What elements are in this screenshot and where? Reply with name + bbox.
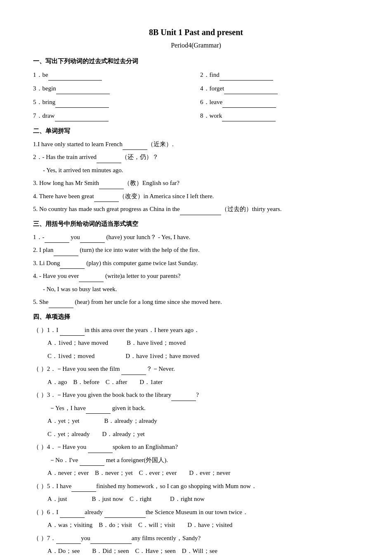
blank <box>90 536 132 544</box>
s2-q2: 2．- Has the train arrived（还，仍）？ <box>33 151 359 163</box>
choice-abcd: A．never；ever B．never；yet C．ever；ever D．e… <box>41 467 359 479</box>
s4-q1-choices: A．1ived；have moved B．have lived；moved C．… <box>41 337 359 362</box>
blank-line <box>224 87 278 94</box>
s4-q3-choices: A．yet；yet B．already；already C．yet；alread… <box>41 415 359 440</box>
choice-cd: C．yet；already D．already；yet <box>41 428 359 440</box>
s3-q3: 3. Li Dong (play) this computer game twi… <box>33 257 359 269</box>
s4-q2-choices: A．ago B．before C．after D．1ater <box>41 376 359 388</box>
s3-q4-ans: - No, I was so busy last week. <box>43 283 359 295</box>
blank <box>80 458 104 466</box>
blank-line <box>222 100 276 108</box>
blank <box>49 301 73 308</box>
blank-line <box>55 114 109 121</box>
s3-q1: 1．- you (have) your lunch？ - Yes, I have… <box>33 231 359 243</box>
item-num: 2．find <box>200 71 220 78</box>
blank-line <box>220 73 273 81</box>
blank-line <box>56 87 110 94</box>
main-title: 8B Unit 1 Past and present <box>33 25 359 40</box>
blank <box>104 510 146 518</box>
choice-abcd: A．Do；see B．Did；seen C．Have；seen D．Will；s… <box>41 545 359 555</box>
blank <box>45 235 69 243</box>
blank-line <box>222 114 276 121</box>
section1-item-5: 5．bring <box>33 96 192 109</box>
blank <box>86 406 111 414</box>
s4-q6: （ ）6．I already the Science Museum in our… <box>33 506 359 518</box>
blank <box>97 156 121 163</box>
blank <box>94 194 119 202</box>
blank <box>60 261 85 269</box>
s2-q4: 4. There have been great（改变）in America s… <box>33 190 359 202</box>
blank <box>71 484 96 492</box>
s4-q1: （ ）1．I in this area over the years．I her… <box>33 324 359 336</box>
s4-q7: （ ）7．youany films recently，Sandy? <box>33 532 359 544</box>
section2-body: 1.I have only started to learn French（近来… <box>33 138 359 215</box>
choice-ab: A．1ived；have moved B．have lived；moved <box>41 337 359 349</box>
title-block: 8B Unit 1 Past and present Period4(Gramm… <box>33 25 359 52</box>
choice-abcd: A．ago B．before C．after D．1ater <box>41 376 359 388</box>
item-num: 4．forget <box>200 85 224 92</box>
blank <box>60 510 85 518</box>
section1-item-7: 7．draw <box>33 109 192 122</box>
s4-q4: （ ）4．－Have you spoken to an Englishman? <box>33 441 359 453</box>
blank-line <box>55 100 109 108</box>
item-num: 1．be <box>33 71 48 78</box>
blank <box>180 208 221 215</box>
item-num: 5．bring <box>33 99 55 105</box>
s4-q2: （ ）2．－Have you seen the film ？－Never. <box>33 363 359 375</box>
s4-q7-choices: A．Do；see B．Did；seen C．Have；seen D．Will；s… <box>41 545 359 555</box>
s2-q3: 3. How long has Mr Smith（教）English so fa… <box>33 177 359 189</box>
blank <box>99 182 124 189</box>
section1-item-1: 1．be <box>33 69 192 81</box>
blank <box>80 235 105 243</box>
blank <box>88 446 113 453</box>
s3-q5: 5. She (hear) from her uncle for a long … <box>33 296 359 308</box>
section1-item-6: 6．leave <box>200 96 359 109</box>
s4-q3-sub: －Yes，I have given it back. <box>43 402 359 414</box>
s4-q5-choices: A．just B．just now C．right D．right now <box>41 493 359 505</box>
section4-body: （ ）1．I in this area over the years．I her… <box>33 324 359 555</box>
s4-q6-choices: A．was；visiting B．do；visit C．will；visit D… <box>41 519 359 531</box>
section1-header: 一、写出下列动词的过去式和过去分词 <box>33 56 359 67</box>
blank <box>79 275 104 282</box>
section1-item-4: 4．forget <box>200 82 359 95</box>
s4-q4-sub: －No．I've met a foreigner(外国人). <box>43 454 359 466</box>
blank <box>60 328 85 336</box>
section1-grid: 1．be 2．find 3．begin 4．forget 5．bring 6．l… <box>33 69 359 122</box>
blank-line <box>48 73 102 81</box>
section1-item-2: 2．find <box>200 69 359 81</box>
s4-q5: （ ）5．I havefinished my homework，so I can… <box>33 480 359 492</box>
blank <box>123 142 147 150</box>
s2-q5: 5. No country has made such great progre… <box>33 203 359 215</box>
section1-item-8: 8．work <box>200 109 359 122</box>
section2-header: 二、单词拼写 <box>33 126 359 137</box>
section4-header: 四、单项选择 <box>33 311 359 323</box>
item-num: 7．draw <box>33 112 55 119</box>
section3-header: 三、用括号中所给动词的适当形式填空 <box>33 218 359 230</box>
choice-ab: A．yet；yet B．already；already <box>41 415 359 427</box>
item-num: 3．begin <box>33 85 56 92</box>
s3-q4: 4. - Have you ever (write)a letter to yo… <box>33 270 359 282</box>
item-num: 8．work <box>200 112 222 119</box>
section3-body: 1．- you (have) your lunch？ - Yes, I have… <box>33 231 359 308</box>
s4-q4-choices: A．never；ever B．never；yet C．ever；ever D．e… <box>41 467 359 479</box>
s2-q2-ans: - Yes, it arrived ten minutes ago. <box>43 164 359 176</box>
choice-abcd: A．was；visiting B．do；visit C．will；visit D… <box>41 519 359 531</box>
choice-cd: C．1ived；moved D．have 1ived；have moved <box>41 350 359 362</box>
item-num: 6．leave <box>200 99 222 105</box>
s4-q3: （ ）3．－Have you given the book back to th… <box>33 389 359 401</box>
blank <box>56 536 81 544</box>
blank <box>121 368 146 375</box>
s2-q1: 1.I have only started to learn French（近来… <box>33 138 359 150</box>
section1-item-3: 3．begin <box>33 82 192 95</box>
blank <box>54 249 78 256</box>
s3-q2: 2. I plan (turn) the ice into water with… <box>33 244 359 256</box>
sub-title: Period4(Grammar) <box>33 40 359 52</box>
choice-abcd: A．just B．just now C．right D．right now <box>41 493 359 505</box>
blank <box>171 394 196 401</box>
